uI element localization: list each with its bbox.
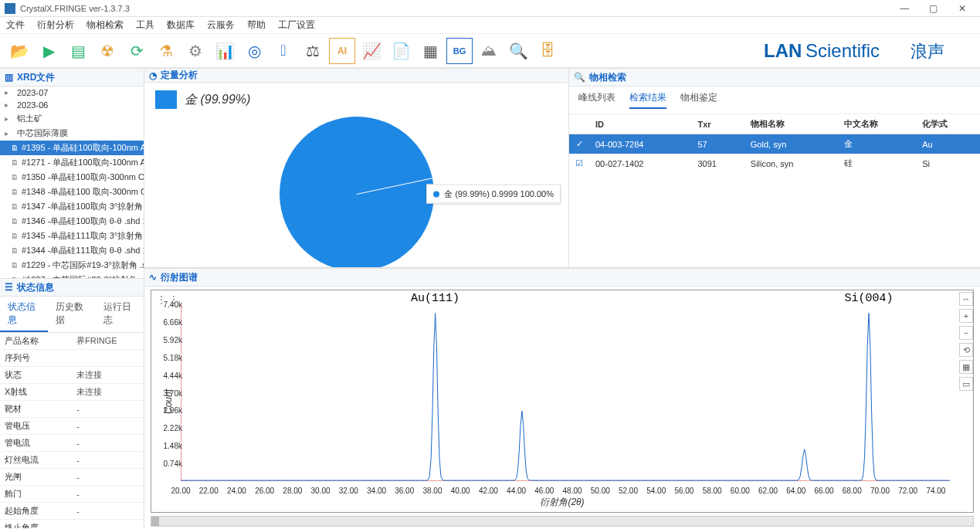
bg-icon[interactable]: BG bbox=[446, 38, 473, 64]
diffraction-chart[interactable]: ⋮⋮ ↔ + − ⟲ ▦ ▭ Count 衍射角(2θ) 20.0022.002… bbox=[151, 290, 974, 513]
table-header[interactable]: 中文名称 bbox=[838, 114, 916, 134]
plot-area[interactable] bbox=[181, 304, 950, 481]
tree-item[interactable]: 🗎#1271 - 单晶硅100取向-100nm Au 3°掠射角 . bbox=[0, 155, 144, 170]
cell-formula: Si bbox=[916, 154, 980, 173]
tree-item[interactable]: 🗎#1347 -单晶硅100取向 3°掠射角 .shd 14:02 bbox=[0, 199, 144, 214]
tree-item[interactable]: 🗎#1350 -单晶硅100取向-300nm Oxide 3°掠射 bbox=[0, 170, 144, 185]
database-icon[interactable]: 🗄 bbox=[534, 38, 561, 64]
tree-item[interactable]: ▸铝土矿 bbox=[0, 111, 144, 126]
menu-phase-search[interactable]: 物相检索 bbox=[86, 19, 124, 32]
gear-icon[interactable]: ⚙ bbox=[182, 38, 209, 64]
main: ▥ XRD文件 ▸2023-07▸2023-06▸铝土矿▸中芯国际薄膜🗎#139… bbox=[0, 68, 980, 528]
tree-item[interactable]: 🗎#1344 -单晶硅111取向 θ-θ .shd 11:52 bbox=[0, 243, 144, 258]
tree-item-label: #1346 -单晶硅100取向 θ-θ .shd 13:45 bbox=[22, 215, 144, 227]
tool-zoomin-icon[interactable]: + bbox=[959, 309, 973, 323]
cell-cn: 硅 bbox=[838, 154, 916, 173]
menu-factory[interactable]: 工厂设置 bbox=[278, 19, 315, 32]
tree-item[interactable]: ▸中芯国际薄膜 bbox=[0, 126, 144, 141]
menu-tools[interactable]: 工具 bbox=[136, 19, 154, 32]
maximize-button[interactable]: ▢ bbox=[921, 3, 947, 14]
grid-icon[interactable]: ▦ bbox=[417, 38, 443, 64]
play-icon[interactable]: ▶ bbox=[36, 38, 62, 64]
status-key: 序列号 bbox=[0, 350, 72, 367]
table-header[interactable] bbox=[569, 114, 589, 134]
x-tick: 30.00 bbox=[311, 487, 331, 495]
status-key: 管电压 bbox=[0, 418, 72, 435]
scrollbar-thumb[interactable] bbox=[151, 517, 159, 526]
mountain-icon[interactable]: ⛰ bbox=[476, 38, 502, 64]
trend-icon[interactable]: 📈 bbox=[358, 38, 385, 64]
tab-history[interactable]: 历史数据 bbox=[48, 297, 96, 332]
x-tick: 60.00 bbox=[731, 487, 750, 495]
scale-icon[interactable]: ⚖ bbox=[300, 38, 326, 64]
table-header[interactable]: Txr bbox=[691, 114, 744, 134]
diffraction-panel: ∿ 衍射图谱 ⋮⋮ ↔ + − ⟲ ▦ ▭ Count 衍射角(2θ) 20.0… bbox=[144, 267, 980, 528]
file-tree[interactable]: ▸2023-07▸2023-06▸铝土矿▸中芯国际薄膜🗎#1395 - 单晶硅1… bbox=[0, 86, 144, 278]
toolbar: 📂 ▶ ▤ ☢ ⟳ ⚗ ⚙ 📊 ◎ 𖠂 ⚖ AI 📈 📄 ▦ BG ⛰ 🔍 🗄 … bbox=[0, 34, 980, 68]
x-tick: 72.00 bbox=[898, 487, 917, 495]
tool-reset-icon[interactable]: ⟲ bbox=[959, 343, 973, 357]
chart-bars-icon[interactable]: 📊 bbox=[212, 38, 238, 64]
file-icon: 🗎 bbox=[11, 173, 19, 182]
tab-log[interactable]: 运行日志 bbox=[96, 297, 144, 332]
beaker-icon[interactable]: ⚗ bbox=[153, 38, 179, 64]
tree-item[interactable]: ▸2023-06 bbox=[0, 99, 144, 111]
tree-item[interactable]: 🗎#1227 - 中芯国际#20-3°掠射角 .shd 9:16 bbox=[0, 273, 144, 278]
tree-item[interactable]: 🗎#1345 -单晶硅111取向 3°掠射角 .shd 13:34 bbox=[0, 229, 144, 243]
tab-peak-list[interactable]: 峰线列表 bbox=[578, 91, 615, 109]
menu-database[interactable]: 数据库 bbox=[167, 19, 195, 32]
tool-expand-icon[interactable]: ↔ bbox=[959, 292, 973, 306]
tree-item[interactable]: ▸2023-07 bbox=[0, 86, 144, 99]
status-row: 管电压- bbox=[0, 418, 144, 435]
x-tick: 42.00 bbox=[479, 487, 498, 495]
tab-phase-id[interactable]: 物相鉴定 bbox=[680, 91, 717, 109]
menu-cloud[interactable]: 云服务 bbox=[207, 19, 235, 32]
cell-txr: 57 bbox=[691, 134, 744, 154]
table-header[interactable]: 物相名称 bbox=[744, 114, 838, 134]
tree-item[interactable]: 🗎#1229 - 中芯国际#19-3°掠射角 .shd 16:43 bbox=[0, 258, 144, 273]
tab-status-info[interactable]: 状态信息 bbox=[0, 297, 48, 332]
x-tick: 62.00 bbox=[758, 487, 778, 495]
menu-file[interactable]: 文件 bbox=[6, 19, 25, 32]
x-tick: 50.00 bbox=[591, 487, 610, 495]
quant-panel-head: ◔ 定量分析 bbox=[144, 68, 568, 83]
minimize-button[interactable]: — bbox=[891, 3, 917, 14]
tool-zoomout-icon[interactable]: − bbox=[959, 326, 973, 340]
table-row[interactable]: ✓04-003-728457Gold, syn金Au bbox=[569, 134, 980, 154]
status-value: - bbox=[72, 418, 144, 435]
tab-search-result[interactable]: 检索结果 bbox=[629, 91, 666, 109]
fingerprint-icon[interactable]: 𖠂 bbox=[270, 38, 297, 64]
tree-item-label: 中芯国际薄膜 bbox=[17, 127, 68, 139]
close-button[interactable]: ✕ bbox=[949, 3, 975, 14]
cell-txr: 3091 bbox=[691, 154, 744, 173]
tree-item[interactable]: 🗎#1348 -单晶硅100 取向-300nm Oxide θ-θ .s bbox=[0, 185, 144, 199]
tree-item[interactable]: 🗎#1346 -单晶硅100取向 θ-θ .shd 13:45 bbox=[0, 214, 144, 229]
row-checkbox[interactable]: ☑ bbox=[569, 154, 589, 173]
menu-help[interactable]: 帮助 bbox=[247, 19, 266, 32]
diffraction-panel-head: ∿ 衍射图谱 bbox=[144, 268, 980, 287]
table-header[interactable]: ID bbox=[589, 114, 691, 134]
file-icon: 🗎 bbox=[11, 188, 19, 197]
search-result-table[interactable]: IDTxr物相名称中文名称化学式✓04-003-728457Gold, syn金… bbox=[569, 114, 980, 173]
x-axis-label: 衍射角(2θ) bbox=[540, 496, 584, 509]
ai-icon[interactable]: AI bbox=[329, 38, 355, 64]
list-icon[interactable]: ▤ bbox=[65, 38, 91, 64]
menu-diffraction[interactable]: 衍射分析 bbox=[37, 19, 74, 32]
target-icon[interactable]: ◎ bbox=[241, 38, 267, 64]
table-row[interactable]: ☑00-027-14023091Silicon, syn硅Si bbox=[569, 154, 980, 173]
status-row: 终止角度- bbox=[0, 520, 144, 529]
tool-grid-icon[interactable]: ▦ bbox=[959, 360, 973, 374]
doc-icon[interactable]: 📄 bbox=[388, 38, 414, 64]
tree-item[interactable]: 🗎#1395 - 单晶硅100取向-100nm Au θ-θ .shd bbox=[0, 141, 144, 155]
radiation-icon[interactable]: ☢ bbox=[94, 38, 120, 64]
tool-chart-icon[interactable]: ▭ bbox=[959, 377, 973, 391]
row-checkbox[interactable]: ✓ bbox=[569, 134, 589, 154]
chart-scrollbar[interactable] bbox=[151, 516, 974, 527]
refresh-icon[interactable]: ⟳ bbox=[124, 38, 150, 64]
y-tick: 7.40k bbox=[164, 300, 182, 309]
table-header[interactable]: 化学式 bbox=[916, 114, 980, 134]
x-tick: 54.00 bbox=[646, 487, 666, 495]
pie-chart[interactable]: 金 (99.99%) 0.9999 100.00% bbox=[144, 117, 568, 271]
zoom-icon[interactable]: 🔍 bbox=[505, 38, 531, 64]
folder-open-icon[interactable]: 📂 bbox=[6, 38, 32, 64]
